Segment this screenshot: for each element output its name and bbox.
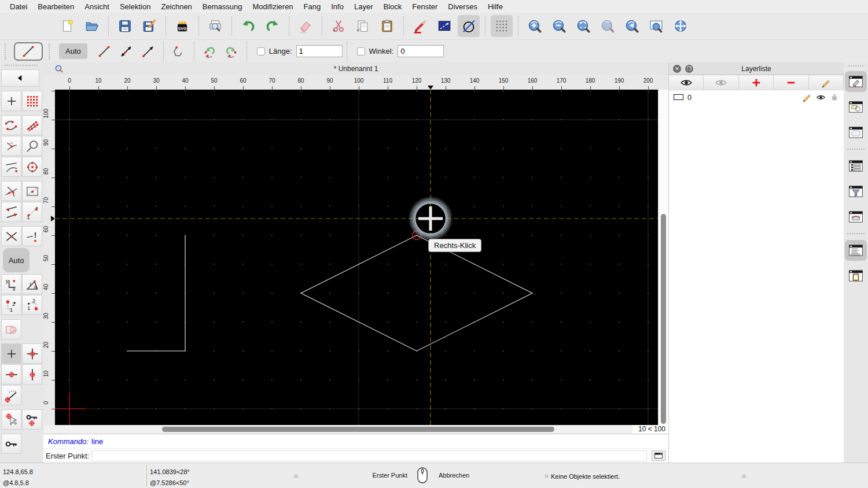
menu-bearbeiten[interactable]: Bearbeiten (32, 2, 79, 11)
float-panel-icon[interactable]: ❐ (685, 65, 693, 73)
restrict-vertical-button[interactable] (22, 364, 42, 385)
cut-button[interactable]: + (328, 15, 350, 37)
lock-key-button[interactable] (1, 434, 21, 454)
redo-button[interactable] (262, 15, 284, 37)
restrict-nothing-button[interactable] (1, 343, 21, 364)
menu-selektion[interactable]: Selektion (115, 2, 156, 11)
close-icon[interactable]: ✕ (673, 65, 681, 73)
zoom-auto-button[interactable] (572, 15, 594, 37)
drawing-canvas[interactable]: Rechts-Klick (55, 90, 658, 425)
dock-pen-wizard-window-button[interactable] (845, 206, 867, 227)
zoom-selected-button[interactable] (597, 15, 619, 37)
layer-lock-icon[interactable] (830, 93, 839, 102)
set-relative-zero-button[interactable] (1, 409, 21, 430)
layer-visible-eye-icon[interactable] (816, 93, 826, 102)
snap-middle-button[interactable] (1, 202, 21, 222)
visibility-construction-button[interactable] (704, 75, 738, 90)
snap-distance-button[interactable]: 12 (22, 202, 42, 222)
snap-nearest-button[interactable] (1, 157, 21, 177)
zoom-out-button[interactable] (548, 15, 570, 37)
zoom-pan-button[interactable] (670, 15, 692, 37)
visibility-all-button[interactable] (669, 75, 704, 90)
menu-layer[interactable]: Layer (349, 2, 378, 11)
menu-zeichnen[interactable]: Zeichnen (156, 2, 197, 11)
menu-hilfe[interactable]: Hilfe (483, 2, 508, 11)
snap-auto-button[interactable]: Auto (3, 248, 30, 272)
menu-ansicht[interactable]: Ansicht (79, 2, 115, 11)
polyline-button[interactable] (168, 42, 190, 61)
paste-button[interactable] (376, 15, 398, 37)
layer-row[interactable]: 0 (669, 90, 844, 103)
dock-list-window-button[interactable] (845, 156, 867, 176)
snap-exclusive-off-button[interactable] (1, 319, 21, 339)
delete-button[interactable] (295, 15, 317, 37)
tool-auto-button[interactable]: Auto (59, 43, 87, 59)
dock-pen-window-button[interactable] (845, 71, 867, 92)
edit-layer-pencil-icon[interactable] (801, 92, 812, 102)
menu-info[interactable]: Info (326, 2, 349, 11)
dock-preview-window-button[interactable] (845, 122, 867, 143)
attributes-pen-button[interactable] (409, 15, 431, 37)
command-input[interactable] (91, 450, 647, 461)
menu-fenster[interactable]: Fenster (407, 2, 443, 11)
zoom-in-button[interactable] (524, 15, 546, 37)
document-title-bar[interactable]: * Unbenannt 1 (43, 62, 668, 75)
length-checkbox[interactable] (257, 47, 265, 56)
snap-center-button[interactable] (1, 136, 21, 156)
vertical-scrollbar[interactable] (658, 90, 668, 425)
menu-datei[interactable]: Datei (5, 2, 32, 11)
toolbar-drag-handle[interactable] (848, 65, 863, 66)
layer-color-swatch[interactable] (674, 94, 683, 100)
snap-center-circle-button[interactable] (22, 157, 42, 177)
snap-intersection-manual-button[interactable]: ! (22, 226, 42, 246)
grid-toggle-button[interactable] (491, 15, 513, 37)
lock-relative-zero-button[interactable] (22, 409, 42, 430)
snap-tangent-button[interactable] (22, 136, 42, 156)
menu-modifizieren[interactable]: Modifizieren (248, 2, 299, 11)
snap-angle-button[interactable] (1, 385, 21, 405)
angle-input[interactable] (398, 45, 444, 57)
snap-grid-button[interactable] (22, 91, 42, 111)
coordinate-cartesian-button[interactable]: yx (1, 274, 21, 294)
remove-layer-button[interactable] (774, 75, 808, 90)
restrict-horizontal-button[interactable] (1, 364, 21, 385)
add-layer-button[interactable] (739, 75, 774, 90)
dock-command-window-button[interactable] (845, 240, 867, 261)
layer-panel-header[interactable]: ✕ ❐ Layerliste (669, 62, 844, 75)
menu-block[interactable]: Block (378, 2, 407, 11)
toolbar-drag-handle[interactable] (5, 65, 38, 67)
snap-free-button[interactable] (1, 91, 21, 111)
snap-intersection-button[interactable] (1, 226, 21, 246)
dock-clipboard-window-button[interactable] (845, 265, 867, 286)
edit-layer-button[interactable] (809, 75, 844, 90)
current-tool-indicator[interactable] (14, 42, 43, 61)
print-preview-button[interactable] (204, 15, 226, 37)
snap-on-entity-button[interactable] (22, 115, 42, 135)
menu-fang[interactable]: Fang (299, 2, 326, 11)
command-dock-toggle-button[interactable] (652, 450, 665, 461)
zoom-window-button[interactable] (645, 15, 667, 37)
restrict-orthogonal-button[interactable] (22, 343, 42, 364)
select-window-button[interactable] (433, 15, 455, 37)
save-button[interactable] (114, 15, 136, 37)
horizontal-scrollbar-thumb[interactable] (162, 427, 554, 432)
snap-intersection-auto-button[interactable] (1, 181, 21, 201)
menu-bemassung[interactable]: Bemassung (197, 2, 248, 11)
segment-redo-button[interactable] (220, 42, 242, 61)
dock-filter-window-button[interactable] (845, 181, 867, 202)
line-two-points-button[interactable] (93, 42, 115, 61)
new-document-button[interactable] (57, 15, 79, 37)
point-order-12-button[interactable]: 12 (1, 295, 21, 315)
save-as-button[interactable] (138, 15, 160, 37)
snap-reference-button[interactable] (22, 181, 42, 201)
copy-button[interactable]: + (352, 15, 374, 37)
coordinate-polar-button[interactable]: ra (22, 274, 42, 294)
line-direction-button[interactable] (137, 42, 159, 61)
open-file-button[interactable] (81, 15, 103, 37)
toolbar-drag-handle[interactable] (5, 43, 8, 60)
length-input[interactable] (296, 45, 343, 57)
vertical-scrollbar-thumb[interactable] (661, 214, 666, 424)
toolbar-drag-handle[interactable] (49, 43, 52, 60)
export-svg-button[interactable]: SVG (171, 15, 193, 37)
undo-button[interactable] (237, 15, 259, 37)
